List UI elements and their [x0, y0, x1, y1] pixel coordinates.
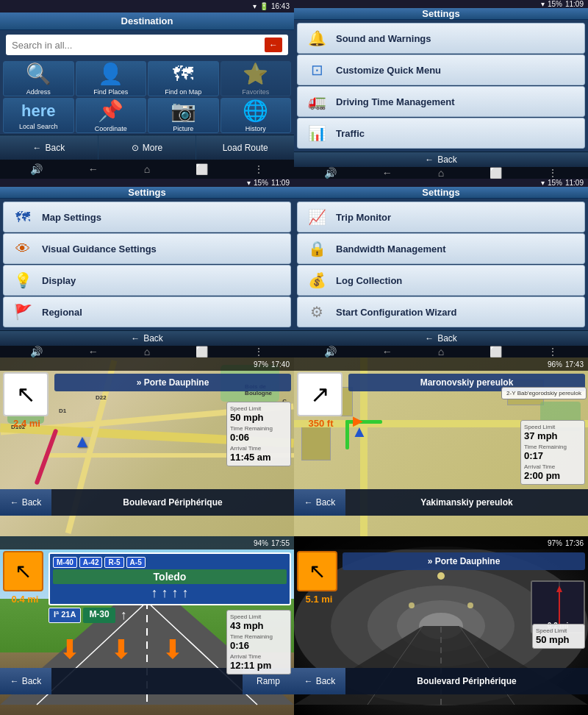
back-nav-ml-icon[interactable]: ←: [88, 346, 98, 358]
distance-hw: 0.4 mi: [3, 594, 47, 605]
speed-limit-label-paris: Speed Limit: [230, 405, 287, 412]
status-bar-nav2: 96% 17:43: [294, 358, 588, 371]
signal-tr-icon: ▾: [541, 0, 545, 8]
regional-label: Regional: [42, 307, 82, 318]
search-clear-button[interactable]: ←: [265, 38, 282, 52]
svg-point-14: [409, 602, 415, 608]
menu-nav-ml-icon[interactable]: ⋮: [254, 346, 264, 358]
settings-panel-1: ▾ 15% 11:09 Settings 🔔 Sound and Warning…: [294, 0, 588, 179]
home-nav-tr-icon[interactable]: ⌂: [438, 167, 444, 179]
time-nav1: 17:40: [271, 360, 290, 369]
find-map-label: Find on Map: [165, 88, 201, 96]
load-route-button[interactable]: Load Route: [196, 135, 294, 160]
home-nav-icon[interactable]: ⌂: [144, 163, 150, 175]
settings-log[interactable]: 💰 Log Collection: [297, 265, 585, 296]
current-street-tun: Boulevard Périphérique: [345, 676, 588, 686]
dest-address[interactable]: 🔍 Address: [3, 61, 74, 96]
back-btn-tun[interactable]: ← Back: [294, 668, 345, 694]
sign-a42: A-42: [79, 557, 103, 568]
orange-arrow-right: ⬆: [162, 633, 184, 664]
settings-traffic[interactable]: 📊 Traffic: [297, 118, 585, 149]
time-nav2: 17:43: [565, 360, 584, 369]
status-bar-mr: ▾ 15% 11:09: [294, 179, 588, 187]
coordinate-icon: 📌: [98, 99, 123, 123]
back-nav-mr-icon[interactable]: ←: [382, 346, 392, 358]
display-icon: 💡: [11, 270, 35, 291]
speed-limit-label-tun: Speed Limit: [536, 627, 581, 634]
dest-find-map[interactable]: 🗺 Find on Map: [148, 61, 219, 96]
back-btn-moscow[interactable]: ← Back: [294, 489, 345, 516]
picture-label: Picture: [173, 125, 193, 132]
more-button[interactable]: ⊙ More: [98, 135, 197, 160]
status-bar-nav1: 97% 17:40: [0, 358, 294, 371]
picture-icon: 📷: [171, 99, 196, 123]
destination-action-bar: ← Back ⊙ More Load Route: [0, 135, 294, 160]
search-bar[interactable]: ←: [6, 35, 288, 55]
square-nav-mr-icon[interactable]: ⬜: [490, 346, 502, 358]
status-bar-tr: ▾ 15% 11:09: [294, 0, 588, 8]
sound-icon: 🔔: [305, 28, 329, 49]
customize-label: Customize Quick Menu: [336, 65, 441, 76]
dest-picture[interactable]: 📷 Picture: [148, 98, 219, 133]
settings-list-2: 🗺 Map Settings 👁 Visual Guidance Setting…: [0, 199, 294, 330]
search-input[interactable]: [12, 40, 260, 51]
back-button-settings2[interactable]: ← Back: [0, 331, 294, 346]
signal-mr-icon: ▾: [541, 179, 545, 187]
square-nav-icon[interactable]: ⬜: [196, 163, 208, 175]
home-nav-mr-icon[interactable]: ⌂: [438, 346, 444, 358]
exit-up-arrow: ↑: [121, 608, 127, 623]
dest-coordinate[interactable]: 📌 Coordinate: [76, 98, 147, 133]
history-icon: 🌐: [243, 99, 268, 123]
square-nav-tr-icon[interactable]: ⬜: [490, 167, 502, 179]
system-nav-mr: 🔊 ← ⌂ ⬜ ⋮: [294, 346, 588, 358]
settings-bandwidth[interactable]: 🔒 Bandwidth Management: [297, 233, 585, 264]
config-label: Start Configuration Wizard: [336, 307, 457, 318]
address-icon: 🔍: [26, 62, 51, 86]
regional-icon: 🚩: [11, 302, 35, 322]
back-arrow-moscow-icon: ←: [304, 497, 313, 508]
address-label: Address: [26, 88, 51, 96]
settings-sound[interactable]: 🔔 Sound and Warnings: [297, 23, 585, 54]
back-button-dest[interactable]: ← Back: [0, 135, 98, 160]
settings-regional[interactable]: 🚩 Regional: [3, 296, 291, 327]
map-icon: 🗺: [11, 207, 35, 227]
settings-customize[interactable]: ⊡ Customize Quick Menu: [297, 54, 585, 85]
volume-icon: 🔊: [30, 163, 43, 175]
back-nav-icon[interactable]: ←: [88, 163, 98, 175]
dest-find-places[interactable]: 👤 Find Places: [76, 61, 147, 96]
settings-header-2: Settings: [0, 187, 294, 199]
bandwidth-label: Bandwidth Management: [336, 243, 446, 255]
back-button-settings3[interactable]: ← Back: [294, 331, 588, 346]
settings-visual[interactable]: 👁 Visual Guidance Settings: [3, 233, 291, 264]
back-nav-tr-icon[interactable]: ←: [382, 167, 392, 179]
settings-driving[interactable]: 🚛 Driving Time Management: [297, 86, 585, 117]
nav-highway: 94% 17:55 ⬆ ⬆ ⬆ ↖ 0.4 mi: [0, 536, 294, 715]
menu-nav-tr-icon[interactable]: ⋮: [548, 167, 558, 179]
battery-nav2: 96%: [548, 360, 562, 369]
distance-tun: 5.1 mi: [297, 594, 341, 605]
back-arrow-s1-icon: ←: [425, 154, 434, 165]
square-nav-ml-icon[interactable]: ⬜: [196, 346, 208, 358]
back-btn-paris[interactable]: ← Back: [0, 489, 51, 516]
status-bar-tun: 97% 17:36: [294, 536, 588, 549]
find-places-label: Find Places: [93, 88, 128, 96]
settings-display[interactable]: 💡 Display: [3, 265, 291, 296]
back-arrow-hw-icon: ←: [10, 676, 19, 686]
back-button-settings1[interactable]: ← Back: [294, 152, 588, 167]
settings-action-bar-2: ← Back: [0, 330, 294, 346]
dest-local-search[interactable]: here Local Search: [3, 98, 74, 133]
menu-nav-mr-icon[interactable]: ⋮: [548, 346, 558, 358]
settings-config[interactable]: ⚙ Start Configuration Wizard: [297, 296, 585, 327]
menu-nav-icon[interactable]: ⋮: [254, 163, 264, 175]
nav-info-hw: Speed Limit 43 mph Time Remaining 0:16 A…: [226, 610, 291, 675]
status-bar-tl: ▾ 🔋 16:43: [0, 0, 294, 13]
position-arrow: ▲: [74, 431, 91, 452]
home-nav-ml-icon[interactable]: ⌂: [144, 346, 150, 358]
back-btn-hw[interactable]: ← Back: [0, 668, 51, 694]
dest-history[interactable]: 🌐 History: [220, 98, 292, 133]
battery-hw: 94%: [254, 539, 268, 547]
settings-map[interactable]: 🗺 Map Settings: [3, 202, 291, 232]
dest-favorites[interactable]: ⭐ Favorites: [220, 61, 292, 96]
trip-label: Trip Monitor: [336, 212, 391, 223]
settings-trip[interactable]: 📈 Trip Monitor: [297, 202, 585, 232]
